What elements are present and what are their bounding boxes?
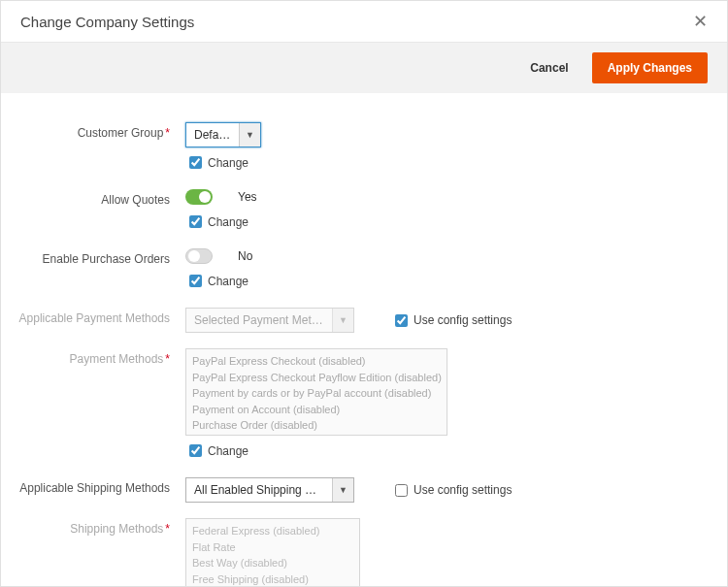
company-settings-modal: Change Company Settings ✕ Cancel Apply C… xyxy=(0,0,728,587)
allow-quotes-value: Yes xyxy=(238,190,257,204)
apply-changes-button[interactable]: Apply Changes xyxy=(592,52,708,83)
modal-title: Change Company Settings xyxy=(20,14,194,30)
applicable-payment-use-config: Use config settings xyxy=(391,311,512,330)
chevron-down-icon: ▼ xyxy=(332,309,353,332)
required-marker: * xyxy=(165,352,170,366)
allow-quotes-change-checkbox[interactable] xyxy=(189,215,202,228)
applicable-payment-select[interactable]: Selected Payment Methods ▼ xyxy=(185,308,354,333)
chevron-down-icon: ▼ xyxy=(332,478,353,502)
close-icon[interactable]: ✕ xyxy=(693,13,708,30)
list-item: Best Way (disabled) xyxy=(192,555,353,571)
cancel-button[interactable]: Cancel xyxy=(524,60,574,76)
field-allow-quotes: Allow Quotes Yes xyxy=(11,189,708,207)
label-applicable-shipping: Applicable Shipping Methods xyxy=(11,477,185,495)
enable-po-value: No xyxy=(238,249,252,263)
change-label: Change xyxy=(208,215,248,229)
payment-methods-multiselect[interactable]: PayPal Express Checkout (disabled) PayPa… xyxy=(185,348,447,436)
enable-po-change-row: Change xyxy=(185,272,708,290)
label-applicable-payment: Applicable Payment Methods xyxy=(11,308,185,325)
modal-header: Change Company Settings ✕ xyxy=(1,1,727,43)
field-applicable-payment: Applicable Payment Methods Selected Paym… xyxy=(11,308,708,333)
payment-methods-change-checkbox[interactable] xyxy=(189,444,202,457)
label-enable-po: Enable Purchase Orders xyxy=(11,248,185,266)
enable-po-toggle[interactable] xyxy=(185,248,213,264)
customer-group-change-row: Change xyxy=(185,153,708,172)
field-enable-po: Enable Purchase Orders No xyxy=(11,248,708,266)
field-shipping-methods: Shipping Methods* Federal Express (disab… xyxy=(11,518,708,587)
enable-po-change-checkbox[interactable] xyxy=(189,275,202,287)
list-item: PayPal Express Checkout (disabled) xyxy=(192,353,441,370)
allow-quotes-toggle[interactable] xyxy=(185,189,213,205)
list-item: Payment by cards or by PayPal account (d… xyxy=(192,385,441,402)
chevron-down-icon: ▼ xyxy=(239,123,260,147)
list-item: Payment on Account (disabled) xyxy=(192,402,441,418)
applicable-shipping-select[interactable]: All Enabled Shipping Methods ▼ xyxy=(185,477,354,503)
applicable-shipping-use-config-checkbox[interactable] xyxy=(395,484,408,497)
required-marker: * xyxy=(165,126,170,140)
list-item: Federal Express (disabled) xyxy=(192,523,353,539)
change-label: Change xyxy=(208,156,248,170)
change-label: Change xyxy=(208,444,248,458)
field-customer-group: Customer Group* Default (Ge... ▼ xyxy=(11,122,708,147)
label-shipping-methods: Shipping Methods* xyxy=(11,518,185,536)
list-item: Purchase Order (disabled) xyxy=(192,417,441,434)
customer-group-select[interactable]: Default (Ge... ▼ xyxy=(185,122,261,147)
label-customer-group: Customer Group* xyxy=(11,122,185,140)
label-allow-quotes: Allow Quotes xyxy=(11,189,185,207)
applicable-payment-use-config-checkbox[interactable] xyxy=(395,314,408,327)
use-config-label: Use config settings xyxy=(414,313,512,327)
form-area: Customer Group* Default (Ge... ▼ Change … xyxy=(1,93,727,587)
field-applicable-shipping: Applicable Shipping Methods All Enabled … xyxy=(11,477,708,503)
label-payment-methods: Payment Methods* xyxy=(11,348,185,366)
change-label: Change xyxy=(208,275,248,288)
use-config-label: Use config settings xyxy=(414,483,512,497)
field-payment-methods: Payment Methods* PayPal Express Checkout… xyxy=(11,348,708,436)
list-item: Stored Cards (Payflow Pro) (disabled) xyxy=(192,434,441,437)
shipping-methods-multiselect[interactable]: Federal Express (disabled) Flat Rate Bes… xyxy=(185,518,360,587)
allow-quotes-change-row: Change xyxy=(185,212,708,231)
actions-bar: Cancel Apply Changes xyxy=(1,43,727,93)
list-item: PayPal Express Checkout Payflow Edition … xyxy=(192,370,441,386)
required-marker: * xyxy=(165,522,170,536)
payment-methods-change-row: Change xyxy=(185,441,708,460)
customer-group-change-checkbox[interactable] xyxy=(189,156,202,169)
applicable-shipping-use-config: Use config settings xyxy=(391,481,512,500)
list-item: Free Shipping (disabled) xyxy=(192,571,353,588)
list-item: Flat Rate xyxy=(192,539,353,556)
